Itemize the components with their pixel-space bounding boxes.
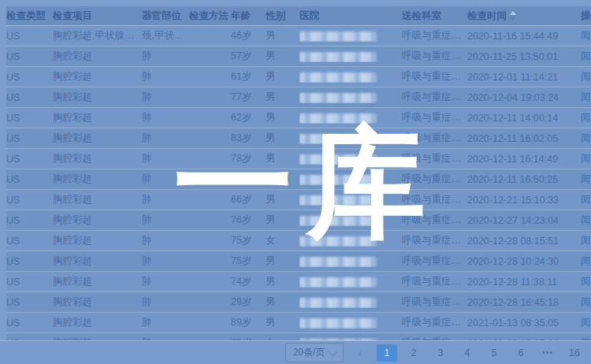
sort-asc-icon[interactable]: [510, 11, 516, 15]
column-header-department: 送检科室: [402, 9, 467, 23]
cell-exam-time: 2020-12-04 19:03:24: [467, 92, 581, 103]
table-row[interactable]: US 胸腔彩超 肺 57岁 男 呼吸与重症医... 2020-11-25 13:…: [6, 46, 591, 67]
cell-exam-time: 2020-11-25 13:50:01: [467, 51, 581, 62]
cell-exam-item: 胸腔彩超: [53, 295, 142, 309]
cell-gender: 男: [266, 214, 299, 227]
cell-age: 77岁: [231, 91, 266, 104]
page-button-16[interactable]: 16: [564, 344, 585, 362]
page-button-6[interactable]: 6: [511, 344, 531, 362]
view-film-link[interactable]: 阅片: [581, 214, 591, 225]
view-film-link[interactable]: 阅片: [581, 112, 591, 123]
cell-exam-item: 胸腔彩超: [53, 50, 142, 63]
table-row[interactable]: US 胸腔彩超 肺 61岁 男 呼吸与重症医... 2020-12-01 11:…: [6, 67, 591, 87]
table-row[interactable]: US 胸腔彩超 肺 75岁 女 呼吸与重症医... 2020-12-28 08:…: [6, 231, 591, 251]
page-button-3[interactable]: 3: [430, 344, 451, 362]
cell-gender: 男: [266, 50, 299, 63]
cell-department: 呼吸与重症医...: [402, 295, 467, 309]
table-row[interactable]: US 胸腔彩超 肺 76岁 女 呼吸与重症医... 2020-12-11 16:…: [6, 169, 591, 190]
cell-organ: 肺: [142, 50, 189, 63]
cell-department: 呼吸与重症医...: [402, 111, 467, 124]
page-size-select[interactable]: 20条/页: [285, 343, 344, 362]
cell-exam-time: 2020-12-21 15:10:33: [467, 195, 581, 206]
column-header-exam-item: 检查项目: [53, 9, 142, 23]
worklist-screen: 检查类型 检查项目 器官部位 检查方法 年龄 性别 医院 送检科室 检查时间 操…: [0, 0, 591, 364]
cell-exam-item: 胸腔彩超: [53, 254, 142, 268]
view-film-link[interactable]: 阅片: [581, 317, 591, 328]
cell-exam-item: 胸腔彩超: [53, 152, 142, 165]
cell-exam-time: 2020-12-28 10:24:30: [467, 256, 581, 267]
page-button-1[interactable]: 1: [377, 344, 397, 362]
table-row[interactable]: US 胸腔彩超 肺 29岁 男 呼吸与重症医... 2020-12-28 16:…: [6, 292, 591, 313]
page-button-4[interactable]: 4: [457, 344, 478, 362]
cell-age: 76岁: [231, 173, 266, 186]
table-row[interactable]: US 胸腔彩超 肺 66岁 男 呼吸与重症医... 2020-12-21 15:…: [6, 190, 591, 210]
page-list: 123456•••16: [377, 344, 585, 362]
cell-gender: 女: [266, 234, 299, 247]
table-row[interactable]: US 胸腔彩超 肺 76岁 男 呼吸与重症医... 2020-12-27 14:…: [6, 210, 591, 231]
cell-hospital: [299, 112, 402, 123]
cell-age: 66岁: [231, 193, 266, 206]
cell-exam-type: US: [6, 113, 53, 124]
column-header-exam-time[interactable]: 检查时间: [467, 9, 581, 23]
column-header-action: 操作: [581, 9, 591, 23]
cell-exam-item: 胸腔彩超: [53, 132, 142, 145]
exam-table: 检查类型 检查项目 器官部位 检查方法 年龄 性别 医院 送检科室 检查时间 操…: [6, 6, 591, 354]
view-film-link[interactable]: 阅片: [581, 71, 591, 82]
cell-department: 呼吸与重症医...: [402, 70, 467, 84]
cell-hospital: [299, 30, 402, 41]
cell-exam-type: US: [6, 51, 53, 62]
cell-exam-type: US: [6, 236, 53, 247]
view-film-link[interactable]: 阅片: [581, 255, 591, 266]
view-film-link[interactable]: 阅片: [581, 132, 591, 143]
chevron-down-icon: [329, 347, 337, 355]
redacted-hospital-block: [299, 236, 377, 247]
cell-hospital: [299, 317, 402, 328]
redacted-hospital-block: [299, 175, 377, 185]
page-ellipsis[interactable]: •••: [537, 344, 558, 362]
cell-exam-type: US: [6, 174, 53, 185]
cell-exam-time: 2020-12-01 11:14:21: [467, 72, 581, 83]
cell-exam-time: 2020-12-11 16:50:25: [467, 174, 581, 185]
redacted-hospital-block: [299, 298, 377, 308]
view-film-link[interactable]: 阅片: [581, 30, 591, 41]
table-row[interactable]: US 胸腔彩超 肺 83岁 男 呼吸与重症医... 2020-12-11 16:…: [6, 128, 591, 149]
view-film-link[interactable]: 阅片: [581, 296, 591, 307]
table-row[interactable]: US 胸腔彩超 肺 77岁 男 呼吸与重症医... 2020-12-04 19:…: [6, 87, 591, 108]
table-row[interactable]: US 胸腔彩超,甲状腺彩超 颈,甲状... 46岁 男 呼吸与重症医... 20…: [6, 26, 591, 46]
cell-exam-item: 胸腔彩超,甲状腺彩超: [53, 29, 142, 43]
cell-organ: 肺: [142, 173, 189, 186]
view-film-link[interactable]: 阅片: [581, 91, 591, 102]
sort-desc-icon[interactable]: [510, 17, 516, 20]
cell-hospital: [299, 235, 402, 246]
cell-organ: 肺: [142, 91, 189, 104]
view-film-link[interactable]: 阅片: [581, 276, 591, 287]
prev-page-button[interactable]: ‹: [350, 344, 370, 362]
table-row[interactable]: US 胸腔彩超 肺 74岁 男 呼吸与重症医... 2020-12-28 11:…: [6, 272, 591, 292]
table-row[interactable]: US 胸腔彩超 肺 75岁 男 呼吸与重症医... 2020-12-28 10:…: [6, 251, 591, 272]
table-row[interactable]: US 胸腔彩超 肺 62岁 男 呼吸与重症医... 2020-12-11 14:…: [6, 108, 591, 128]
page-button-2[interactable]: 2: [403, 344, 424, 362]
cell-organ: 肺: [142, 111, 189, 124]
cell-gender: 男: [266, 193, 299, 206]
cell-age: 57岁: [231, 50, 266, 63]
view-film-link[interactable]: 阅片: [581, 173, 591, 184]
view-film-link[interactable]: 阅片: [581, 153, 591, 164]
redacted-hospital-block: [299, 113, 377, 124]
cell-exam-time: 2020-12-28 08:15:51: [467, 236, 581, 247]
cell-organ: 肺: [142, 152, 189, 165]
cell-age: 75岁: [231, 234, 266, 247]
view-film-link[interactable]: 阅片: [581, 50, 591, 61]
cell-hospital: [299, 194, 402, 205]
view-film-link[interactable]: 阅片: [581, 235, 591, 246]
redacted-hospital-block: [299, 257, 377, 267]
cell-exam-item: 胸腔彩超: [53, 91, 142, 104]
page-button-5[interactable]: 5: [484, 344, 504, 362]
page-size-label: 20条/页: [293, 346, 325, 359]
cell-exam-type: US: [6, 215, 53, 226]
sort-carets[interactable]: [510, 11, 516, 20]
cell-age: 61岁: [231, 70, 266, 84]
table-row[interactable]: US 胸腔彩超 肺 89岁 男 呼吸与重症医... 2021-01-13 08:…: [6, 313, 591, 333]
cell-organ: 肺: [142, 254, 189, 268]
view-film-link[interactable]: 阅片: [581, 194, 591, 205]
table-row[interactable]: US 胸腔彩超 肺 78岁 男 呼吸与重症医... 2020-12-11 16:…: [6, 149, 591, 169]
